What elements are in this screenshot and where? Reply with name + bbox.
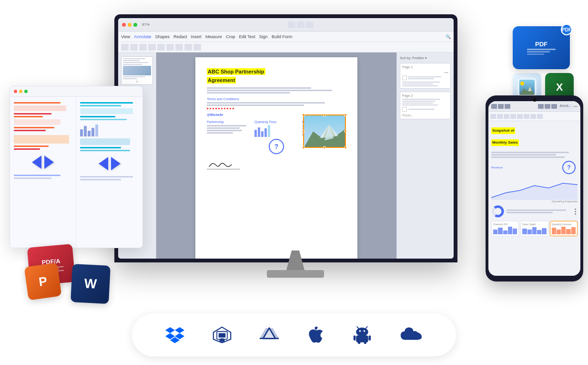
t-icon[interactable] (551, 104, 557, 109)
menu-view[interactable]: View (121, 34, 130, 39)
pdf-right-panel: Sort by: Position ▾ Page 1 ••• (396, 52, 454, 259)
t2-btn[interactable] (530, 114, 536, 119)
toolbar2-btn[interactable] (157, 44, 165, 51)
tablet-title-2: Monthly Sales (491, 139, 519, 146)
metric-box-target[interactable]: Sales Target (520, 221, 548, 236)
toolbar2-btn[interactable] (139, 44, 147, 51)
menu-edittext[interactable]: Edit Text (239, 34, 255, 39)
menu-annotate[interactable]: Annotate (134, 34, 151, 39)
toolbar-btn[interactable] (306, 21, 314, 28)
metric-forecast-chart (552, 226, 576, 234)
menu-buildform[interactable]: Build Form (272, 34, 293, 39)
menu-measure[interactable]: Measure (205, 34, 222, 39)
menu-sign[interactable]: Sign (259, 34, 268, 39)
annot-label[interactable]: Annot... (558, 104, 572, 109)
menu-insert[interactable]: Insert (191, 34, 202, 39)
pdf-terms-text (207, 102, 346, 110)
menu-shapes[interactable]: Shapes (155, 34, 170, 39)
revenue-chart-svg (491, 176, 578, 200)
b-line (14, 127, 54, 128)
browser-right-panel (76, 97, 142, 248)
tablet-opex-label: Operating Expenses (491, 200, 578, 203)
pdf-badge[interactable]: PDF PDF (513, 26, 570, 69)
t-icon[interactable] (505, 104, 510, 109)
google-drive-icon[interactable] (260, 325, 279, 344)
arrow-right-icon-2[interactable] (111, 157, 121, 170)
svg-point-27 (356, 328, 368, 336)
pdf-image-box[interactable] (303, 115, 346, 148)
toolbar2-btn[interactable] (121, 44, 129, 51)
maximize-dot[interactable] (133, 23, 137, 27)
menu-redact[interactable]: Redact (173, 34, 187, 39)
b-line (14, 102, 61, 104)
pdf-menu-bar: View Annotate Shapes Redact Insert Measu… (118, 31, 454, 42)
b-highlight (80, 108, 133, 114)
b-line (14, 146, 49, 147)
toolbar2-btn[interactable] (148, 44, 156, 51)
apple-icon[interactable] (307, 325, 324, 344)
close-dot[interactable] (122, 23, 126, 27)
arrow-right-icon[interactable] (44, 156, 54, 169)
metric-box-forecast[interactable]: Quarterly Forecast (550, 221, 578, 236)
pdf-thumb-1[interactable]: 3 (121, 56, 153, 85)
toolbar2-btn[interactable] (193, 44, 201, 51)
b-line (80, 102, 133, 104)
t2-btn[interactable] (497, 114, 503, 119)
cloud-icon[interactable] (400, 326, 423, 344)
svg-marker-13 (175, 327, 184, 334)
svg-rect-33 (354, 335, 356, 341)
tablet-title-1: Snapshot of (491, 127, 515, 134)
svg-marker-12 (165, 327, 175, 334)
tablet-toolbar-icons: Annot... ••• (538, 104, 578, 109)
scene: 97% View Annotate Shapes Redact Insert M… (0, 0, 588, 365)
b-line (14, 175, 61, 176)
metric-box-roi[interactable]: Quarterly ROI (491, 221, 519, 236)
panel-reply-label: Reply... (402, 114, 448, 117)
dropbox-icon[interactable] (165, 325, 184, 344)
toolbar2-btn[interactable] (184, 44, 192, 51)
t2-btn[interactable] (537, 114, 543, 119)
more-icon[interactable]: ••• (574, 104, 578, 109)
browser-minimize[interactable] (19, 90, 22, 93)
browser-chart-bars (80, 122, 139, 136)
arrow-left-icon-2[interactable] (99, 157, 108, 170)
svg-rect-34 (369, 335, 371, 341)
t-icon[interactable] (538, 104, 544, 109)
t2-btn[interactable] (490, 114, 496, 119)
page2-checkbox[interactable] (402, 107, 407, 112)
zoom-level: 97% (142, 22, 150, 27)
panel-page-2[interactable]: Page 2 Reply... (400, 92, 451, 119)
tablet-screen: Annot... ••• Snapshot of Monthly Sales (488, 101, 580, 276)
toolbar-btn[interactable] (297, 21, 304, 28)
page-checkbox[interactable] (402, 75, 407, 80)
t2-btn[interactable] (524, 114, 529, 119)
pdf-image (304, 115, 345, 147)
page-label-1: Page 1 (402, 65, 448, 69)
monitor: 97% View Annotate Shapes Redact Insert M… (114, 14, 476, 291)
page-menu-icon[interactable]: ••• (445, 70, 448, 74)
t-icon[interactable] (491, 104, 497, 109)
panel-page-1[interactable]: Page 1 ••• (400, 63, 451, 89)
svg-line-31 (365, 327, 367, 329)
word-badge[interactable]: W (71, 264, 111, 304)
android-icon[interactable] (353, 325, 372, 344)
minimize-dot[interactable] (128, 23, 132, 27)
toolbar2-btn[interactable] (175, 44, 183, 51)
arrow-left-icon[interactable] (32, 156, 41, 169)
search-icon[interactable]: 🔍 (446, 34, 451, 39)
t-icon[interactable] (545, 104, 550, 109)
t2-btn[interactable] (517, 114, 523, 119)
ppt-badge[interactable]: P (24, 262, 61, 300)
toolbar2-btn[interactable] (166, 44, 174, 51)
t2-btn[interactable] (510, 114, 516, 119)
ppt-label: P (38, 273, 48, 289)
t2-btn[interactable] (504, 114, 509, 119)
toolbar2-btn[interactable] (130, 44, 138, 51)
menu-crop[interactable]: Crop (226, 34, 235, 39)
sketch-icon[interactable] (213, 325, 232, 344)
browser-close[interactable] (14, 90, 17, 93)
monitor-screen: 97% View Annotate Shapes Redact Insert M… (114, 14, 457, 262)
t-icon[interactable] (498, 104, 504, 109)
toolbar-btn[interactable] (288, 21, 295, 28)
browser-maximize[interactable] (24, 90, 28, 93)
